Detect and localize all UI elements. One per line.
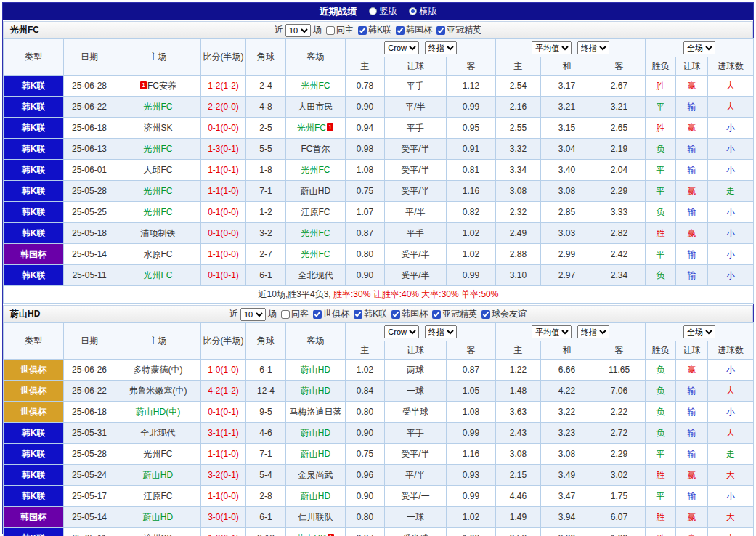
layout-option-horizontal[interactable]: 横版 [409, 5, 437, 17]
filter-label: 同主 [336, 24, 354, 36]
result-outcome: 负 [646, 139, 676, 160]
match-type-badge: 韩K联 [4, 444, 64, 465]
crown-away-odds: 1.08 [447, 402, 496, 423]
filter-option[interactable]: 同客 [279, 308, 309, 320]
corner-score: 1-8 [246, 160, 286, 181]
filter-checkbox[interactable] [396, 26, 405, 35]
col-header-score: 比分(半场) [201, 39, 246, 76]
avg-source-select[interactable]: 平均值 [532, 325, 572, 338]
match-type-badge: 韩K联 [4, 97, 64, 118]
match-type-badge: 韩K联 [4, 465, 64, 486]
result-handicap: 输 [676, 244, 708, 265]
filter-option[interactable]: 球会友谊 [479, 308, 527, 320]
radio-unselected-icon [369, 7, 377, 15]
avg-source-select[interactable]: 平均值 [532, 41, 572, 54]
away-team-name: FC首尔 [301, 144, 330, 154]
crown-away-odds: 0.87 [447, 360, 496, 381]
col-header-avg-draw: 和 [541, 57, 593, 76]
match-date: 25-05-25 [64, 202, 115, 223]
filter-checkbox[interactable] [481, 310, 490, 319]
crown-handicap: 平/半 [385, 202, 447, 223]
crown-home-odds: 0.80 [346, 507, 385, 528]
fulltime-select[interactable]: 全场 [683, 325, 715, 338]
home-team-name: FC安养 [147, 81, 176, 91]
filter-checkbox[interactable] [354, 310, 362, 319]
col-header-type: 类型 [4, 39, 64, 76]
avg-home-odds: 2.16 [496, 97, 541, 118]
filter-checkbox[interactable] [281, 310, 290, 319]
crown-away-odds: 1.05 [447, 381, 496, 402]
home-team-name: 济州SK [143, 533, 172, 536]
match-type-badge: 世俱杯 [4, 402, 64, 423]
filter-option[interactable]: 韩国杯 [394, 24, 432, 36]
filter-option[interactable]: 亚冠精英 [434, 24, 481, 36]
match-row: 韩K联25-05-17江原FC1-1(0-0)2-8蔚山HD0.90受半/一0.… [4, 486, 754, 507]
odds-source-select[interactable]: Crow [384, 325, 419, 338]
filter-checkbox[interactable] [391, 310, 400, 319]
result-goals: 大 [708, 381, 754, 402]
filter-checkbox[interactable] [313, 310, 322, 319]
crown-away-odds: 0.99 [447, 265, 496, 286]
match-type-badge: 韩K联 [4, 223, 64, 244]
crown-odds-group: Crow 终指 [346, 39, 496, 57]
crown-home-odds: 0.94 [346, 118, 385, 139]
result-handicap: 输 [676, 139, 708, 160]
away-team-name: 蔚山HD [301, 491, 330, 501]
match-score: 1-1(1-0) [201, 444, 246, 465]
recent-label: 近 [275, 24, 283, 36]
results-table: 类型 日期 主场 比分(半场) 角球 客场 Crow 终指 平均值 终指 [3, 38, 754, 304]
average-odds-group: 平均值 终指 [496, 323, 646, 341]
match-count-select[interactable]: 10 [285, 24, 311, 37]
crown-home-odds: 0.90 [346, 486, 385, 507]
match-row: 韩K联25-05-18浦项制铁0-1(0-0)3-2光州FC0.87平手1.02… [4, 223, 754, 244]
filter-checkbox[interactable] [326, 26, 335, 35]
filter-option[interactable]: 韩K联 [356, 24, 391, 36]
crown-handicap: 受平/半 [385, 244, 447, 265]
crown-home-odds: 0.90 [346, 423, 385, 444]
match-score: 1-2(1-2) [201, 76, 246, 97]
filter-checkbox[interactable] [436, 26, 445, 35]
avg-time-select[interactable]: 终指 [577, 325, 609, 338]
match-date: 25-05-14 [64, 244, 115, 265]
odds-time-select[interactable]: 终指 [425, 41, 457, 54]
filter-checkbox[interactable] [432, 310, 441, 319]
filter-label: 韩K联 [364, 308, 387, 320]
away-team-name: 金泉尚武 [298, 470, 333, 480]
crown-home-odds: 0.75 [346, 181, 385, 202]
filter-option[interactable]: 韩国杯 [389, 308, 428, 320]
summary-segment: 胜率:30% [333, 289, 370, 299]
avg-away-odds: 6.07 [593, 507, 646, 528]
filter-label: 世俱杯 [323, 308, 349, 320]
col-header-crown-away: 客 [447, 57, 496, 76]
filter-option[interactable]: 同主 [324, 24, 354, 36]
home-team-cell: 1FC安养 [115, 76, 201, 97]
match-count-select[interactable]: 10 [240, 308, 266, 321]
filter-checkbox[interactable] [358, 26, 367, 35]
col-header-avg-draw: 和 [541, 341, 593, 360]
layout-option-vertical[interactable]: 竖版 [369, 5, 397, 17]
filter-option[interactable]: 世俱杯 [311, 308, 349, 320]
col-header-type: 类型 [4, 323, 64, 360]
away-team-name: 光州FC [301, 165, 330, 175]
filter-option[interactable]: 亚冠精英 [430, 308, 477, 320]
result-outcome: 平 [646, 160, 676, 181]
crown-handicap: 平手 [385, 423, 447, 444]
away-team-name: 蔚山HD [301, 186, 330, 196]
corner-score: 2-5 [246, 118, 286, 139]
home-team-name: 光州FC [144, 186, 173, 196]
match-row: 韩国杯25-05-14蔚山HD3-0(1-0)6-1仁川联队0.80一球1.02… [4, 507, 754, 528]
fulltime-select[interactable]: 全场 [683, 41, 715, 54]
result-outcome: 负 [646, 402, 676, 423]
result-goals: 小 [708, 244, 754, 265]
away-team-cell: 光州FC [286, 223, 346, 244]
avg-away-odds: 2.82 [593, 223, 646, 244]
avg-time-select[interactable]: 终指 [577, 41, 609, 54]
odds-source-select[interactable]: Crow [384, 41, 419, 54]
match-date: 25-06-22 [64, 97, 115, 118]
crown-handicap: 两球 [385, 360, 447, 381]
header-group-row: 类型 日期 主场 比分(半场) 角球 客场 Crow 终指 平均值 终指 [4, 39, 754, 57]
away-team-cell: 金泉尚武 [286, 465, 346, 486]
filter-option[interactable]: 韩K联 [351, 308, 387, 320]
corner-score: 4-8 [246, 97, 286, 118]
odds-time-select[interactable]: 终指 [425, 325, 457, 338]
